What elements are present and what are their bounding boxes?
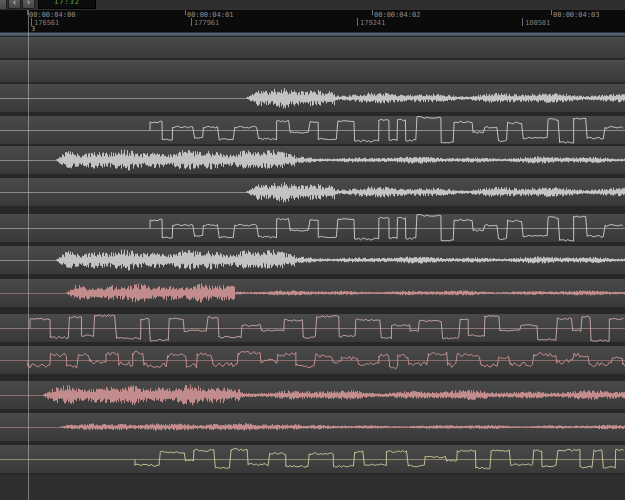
audio-track-6-row[interactable] (0, 245, 625, 275)
ruler-frame-tick (372, 10, 373, 15)
audio-track-9-row[interactable] (0, 345, 625, 375)
audio-track-1-row[interactable] (0, 83, 625, 113)
audio-track-2-row[interactable] (0, 115, 625, 145)
audio-track-12-row[interactable] (0, 444, 625, 474)
timecode-lcd-display: 17:32 (38, 0, 96, 9)
audio-track-4-row[interactable] (0, 177, 625, 207)
audio-track-3-row[interactable] (0, 145, 625, 175)
toolbar-button-fragment[interactable] (0, 0, 7, 9)
ruler-frame-tick (185, 10, 186, 15)
ruler-timecode-label: 00:00:04:03 (553, 11, 599, 19)
ruler-sample-label: 176561 (34, 19, 59, 27)
ruler-sample-label: 179241 (360, 19, 385, 27)
audio-editor-window: ‹ › 17:32 3 00:00:04:0000:00:04:0100:00:… (0, 0, 625, 500)
audio-track-7-row[interactable] (0, 278, 625, 308)
ruler-timecode-label: 00:00:04:00 (29, 11, 75, 19)
timeline-ruler[interactable]: 3 00:00:04:0000:00:04:0100:00:04:0200:00… (0, 10, 625, 34)
ruler-frame-tick (551, 10, 552, 15)
ruler-timecode-label: 00:00:04:01 (187, 11, 233, 19)
ruler-sample-tick (31, 18, 32, 26)
prev-frame-button[interactable]: ‹ (8, 0, 21, 9)
audio-track-5-row[interactable] (0, 213, 625, 243)
next-frame-button[interactable]: › (22, 0, 35, 9)
ruler-frame-tick (27, 10, 28, 15)
audio-track-8-row[interactable] (0, 313, 625, 343)
ruler-sample-label: 180581 (525, 19, 550, 27)
ruler-sample-tick (522, 18, 523, 26)
audio-track-10-row[interactable] (0, 380, 625, 410)
ruler-timecode-label: 00:00:04:02 (374, 11, 420, 19)
ruler-sample-label: 177961 (194, 19, 219, 27)
ruler-sample-tick (357, 18, 358, 26)
audio-track-11-row[interactable] (0, 412, 625, 442)
ruler-sample-tick (191, 18, 192, 26)
